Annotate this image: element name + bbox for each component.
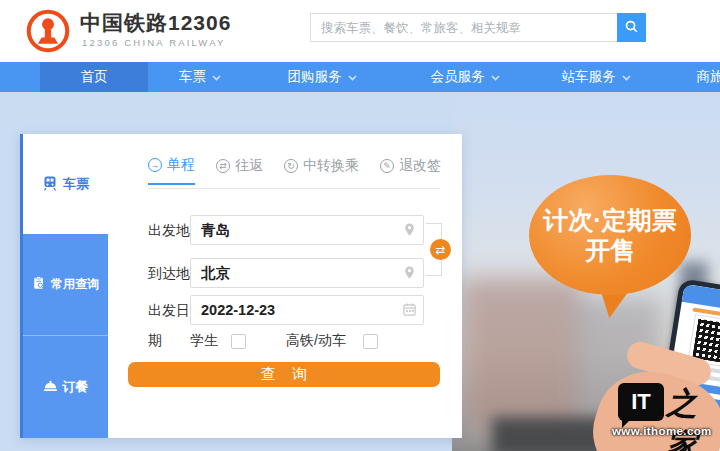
nav-item-home[interactable]: 首页 — [40, 62, 148, 92]
tab-one-way[interactable]: → 单程 — [148, 156, 195, 185]
from-input[interactable] — [190, 215, 424, 245]
promo-line1: 计次·定期票 — [543, 205, 676, 235]
refund-change-icon: ✎ — [380, 159, 394, 173]
ithome-url: www.ithome.com — [612, 425, 712, 437]
ithome-logo-text: IT — [631, 389, 651, 415]
highspeed-checkbox[interactable] — [363, 334, 378, 349]
tabs-underline — [148, 188, 440, 189]
highspeed-label: 高铁/动车 — [286, 332, 346, 350]
nav-label: 商旅 — [697, 62, 720, 92]
nav-item-membership[interactable]: 会员服务 — [392, 62, 538, 92]
swap-icon: ⇄ — [435, 243, 445, 257]
nav-item-station-services[interactable]: 站车服务 — [538, 62, 654, 92]
site-title: 中国铁路12306 — [80, 9, 231, 37]
nav-label: 团购服务 — [288, 62, 342, 92]
nav-label: 车票 — [179, 62, 206, 92]
clipboard-search-icon — [32, 276, 46, 293]
round-trip-icon: ⇄ — [216, 159, 230, 173]
student-checkbox[interactable] — [231, 334, 246, 349]
date-input[interactable] — [190, 295, 424, 325]
swap-stations-button[interactable]: ⇄ — [430, 239, 451, 260]
tab-label: 中转换乘 — [303, 157, 359, 175]
query-button[interactable]: 查 询 — [128, 362, 440, 387]
from-label: 出发地 — [148, 215, 194, 245]
to-input[interactable] — [190, 258, 424, 288]
date-label: 出发日期 — [148, 295, 194, 355]
nav-item-group-services[interactable]: 团购服务 — [252, 62, 392, 92]
nav-label: 会员服务 — [431, 62, 485, 92]
booking-card: 车票 常用查询 — [20, 134, 462, 438]
search-input[interactable] — [310, 13, 617, 42]
ithome-logo-suffix: 之家 — [666, 383, 720, 451]
search-icon — [624, 19, 639, 37]
tab-transfer[interactable]: ↻ 中转换乘 — [284, 156, 359, 185]
main-nav: 首页 车票 团购服务 会员服务 站车服务 商旅 — [0, 62, 720, 92]
tab-label: 退改签 — [399, 157, 441, 175]
china-railway-logo-icon[interactable] — [26, 9, 70, 53]
sidebar-item-label: 订餐 — [63, 378, 89, 396]
chevron-down-icon — [348, 62, 357, 92]
chevron-down-icon — [491, 62, 500, 92]
tab-label: 往返 — [235, 157, 263, 175]
search-button[interactable] — [617, 13, 646, 42]
train-icon — [42, 175, 58, 194]
cloche-icon — [43, 378, 58, 396]
tab-label: 单程 — [167, 156, 195, 174]
promo-bubble[interactable]: 计次·定期票 开售 — [529, 175, 691, 295]
one-way-icon: → — [148, 158, 162, 172]
ithome-logo: IT — [618, 383, 664, 421]
sidebar-item-meal-order[interactable]: 订餐 — [23, 336, 108, 438]
nav-label: 首页 — [81, 62, 108, 92]
sidebar-item-common-queries[interactable]: 常用查询 — [23, 234, 108, 336]
trip-type-tabs: → 单程 ⇄ 往返 ↻ 中转换乘 ✎ 退改签 — [148, 156, 441, 185]
options-row: 学生 高铁/动车 — [190, 332, 378, 350]
sidebar-item-label: 常用查询 — [51, 276, 99, 293]
sidebar-item-label: 车票 — [63, 175, 89, 193]
page: 中国铁路12306 12306 CHINA RAILWAY 首页 车票 团购服 — [0, 0, 720, 451]
chevron-down-icon — [622, 62, 631, 92]
search-bar — [310, 13, 646, 42]
to-label: 到达地 — [148, 258, 194, 288]
transfer-icon: ↻ — [284, 159, 298, 173]
main-area: 计次·定期票 开售 IT 之家 www.ithome.com — [0, 92, 720, 451]
nav-label: 站车服务 — [562, 62, 616, 92]
header: 中国铁路12306 12306 CHINA RAILWAY — [0, 0, 720, 62]
site-subtitle: 12306 CHINA RAILWAY — [82, 37, 226, 48]
nav-item-tickets[interactable]: 车票 — [148, 62, 252, 92]
blurred-building — [460, 277, 580, 427]
sidebar: 车票 常用查询 — [20, 134, 105, 438]
student-label: 学生 — [190, 332, 218, 350]
tab-refund-change[interactable]: ✎ 退改签 — [380, 156, 441, 185]
booking-form: → 单程 ⇄ 往返 ↻ 中转换乘 ✎ 退改签 — [105, 134, 462, 438]
tab-round-trip[interactable]: ⇄ 往返 — [216, 156, 263, 185]
promo-line2: 开售 — [585, 235, 635, 265]
nav-item-business-travel[interactable]: 商旅 — [654, 62, 720, 92]
sidebar-item-tickets[interactable]: 车票 — [23, 134, 108, 234]
chevron-down-icon — [212, 62, 221, 92]
